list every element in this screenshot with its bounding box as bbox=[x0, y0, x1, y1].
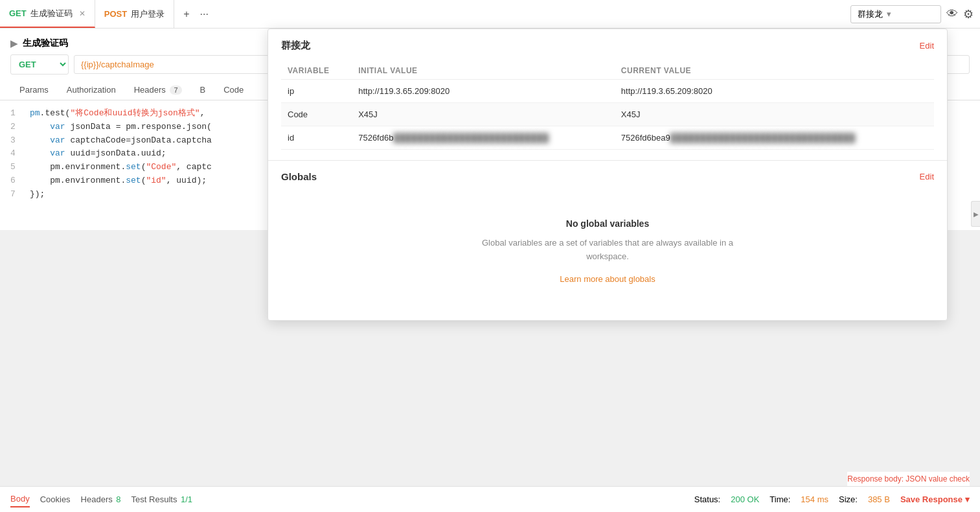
line-num-3: 3 bbox=[10, 134, 30, 148]
table-row: ip http://119.3.65.209:8020 http://119.3… bbox=[281, 80, 934, 103]
env-panel: 群接龙 Edit VARIABLE INITIAL VALUE CURRENT … bbox=[268, 29, 948, 230]
edit-button[interactable]: Edit bbox=[920, 41, 934, 51]
globals-edit-button[interactable]: Edit bbox=[920, 172, 934, 181]
var-current-id: 7526fd6bea9█████████████████████████████… bbox=[615, 126, 934, 150]
tab-label-login: 用户登录 bbox=[131, 8, 165, 20]
code-content-5: pm.environment.set("Code", captc bbox=[30, 161, 212, 174]
var-current-id-visible: 7526fd6bea9 bbox=[621, 133, 670, 143]
tab-authorization[interactable]: Authorization bbox=[58, 80, 125, 100]
col-current-value: CURRENT VALUE bbox=[615, 62, 934, 80]
code-content-2: var jsonData = pm.response.json( bbox=[30, 121, 212, 134]
globals-empty: No global variables Global variables are… bbox=[281, 192, 934, 230]
env-dropdown[interactable]: 群接龙 ▾ bbox=[850, 5, 941, 23]
add-tab-button[interactable]: + bbox=[181, 7, 192, 21]
tab-get-captcha[interactable]: GET 生成验证码 ✕ bbox=[0, 0, 95, 28]
globals-section: Globals Edit No global variables Global … bbox=[268, 161, 947, 230]
eye-icon-button[interactable]: 👁 bbox=[946, 7, 958, 21]
var-name-id: id bbox=[281, 126, 352, 150]
line-num-5: 5 bbox=[10, 161, 30, 174]
settings-icon-button[interactable]: ⚙ bbox=[963, 7, 974, 21]
line-num-7: 7 bbox=[10, 188, 30, 202]
env-variables-table: VARIABLE INITIAL VALUE CURRENT VALUE ip … bbox=[281, 62, 934, 150]
env-panel-header: 群接龙 Edit bbox=[281, 40, 934, 52]
right-collapse-button[interactable]: ▶ bbox=[971, 201, 980, 227]
globals-header: Globals Edit bbox=[281, 171, 934, 182]
code-content-6: pm.environment.set("id", uuid); bbox=[30, 174, 207, 188]
tab-bar: GET 生成验证码 ✕ POST 用户登录 + ··· 群接龙 ▾ 👁 ⚙ bbox=[0, 0, 980, 29]
line-num-6: 6 bbox=[10, 174, 30, 188]
code-content-7: }); bbox=[30, 188, 45, 202]
tab-post-login[interactable]: POST 用户登录 bbox=[95, 0, 174, 28]
table-row: Code X45J X45J bbox=[281, 103, 934, 126]
var-initial-id-blurred: ██████████████████████████ bbox=[393, 133, 548, 143]
tab-label-captcha: 生成验证码 bbox=[30, 8, 73, 19]
line-num-1: 1 bbox=[10, 107, 30, 121]
more-tabs-button[interactable]: ··· bbox=[197, 7, 211, 21]
globals-title: Globals bbox=[281, 171, 317, 182]
settings-icon: ⚙ bbox=[963, 8, 974, 21]
tab-method-post: POST bbox=[104, 9, 127, 19]
request-name: 生成验证码 bbox=[23, 38, 68, 49]
tab-method-get: GET bbox=[9, 8, 27, 18]
globals-empty-title: No global variables bbox=[294, 218, 921, 229]
env-panel-qunjielon-section: 群接龙 Edit VARIABLE INITIAL VALUE CURRENT … bbox=[268, 29, 947, 160]
tab-body[interactable]: B bbox=[191, 80, 215, 100]
var-initial-id: 7526fd6b██████████████████████████ bbox=[352, 126, 615, 150]
code-content-3: var captchaCode=jsonData.captcha bbox=[30, 134, 212, 148]
tab-params[interactable]: Params bbox=[10, 80, 58, 100]
tab-actions: + ··· bbox=[174, 7, 218, 21]
eye-icon: 👁 bbox=[946, 7, 958, 20]
line-num-4: 4 bbox=[10, 147, 30, 161]
var-initial-id-visible: 7526fd6b bbox=[358, 133, 393, 143]
env-selector: 群接龙 ▾ 👁 ⚙ bbox=[850, 5, 980, 23]
tab-headers[interactable]: Headers 7 bbox=[125, 80, 191, 100]
var-initial-code: X45J bbox=[352, 103, 615, 126]
headers-badge: 7 bbox=[170, 86, 181, 95]
collapse-arrow-icon[interactable]: ▶ bbox=[10, 38, 17, 49]
tab-close-captcha[interactable]: ✕ bbox=[79, 9, 85, 18]
var-name-code: Code bbox=[281, 103, 352, 126]
line-num-2: 2 bbox=[10, 121, 30, 134]
table-row: id 7526fd6b██████████████████████████ 75… bbox=[281, 126, 934, 150]
col-initial-value: INITIAL VALUE bbox=[352, 62, 615, 80]
var-initial-ip: http://119.3.65.209:8020 bbox=[352, 80, 615, 103]
chevron-down-icon: ▾ bbox=[887, 9, 891, 19]
col-variable: VARIABLE bbox=[281, 62, 352, 80]
var-current-ip: http://119.3.65.209:8020 bbox=[615, 80, 934, 103]
method-select[interactable]: GET bbox=[10, 54, 69, 75]
env-panel-title: 群接龙 bbox=[281, 40, 310, 52]
code-content-1: pm.test("将Code和uuid转换为json格式", bbox=[30, 107, 205, 121]
env-label: 群接龙 bbox=[858, 8, 883, 20]
var-name-ip: ip bbox=[281, 80, 352, 103]
code-content-4: var uuid=jsonData.uuid; bbox=[30, 147, 166, 161]
var-current-code: X45J bbox=[615, 103, 934, 126]
var-current-id-blurred: ███████████████████████████████ bbox=[670, 133, 856, 143]
tab-code[interactable]: Code bbox=[214, 80, 253, 100]
